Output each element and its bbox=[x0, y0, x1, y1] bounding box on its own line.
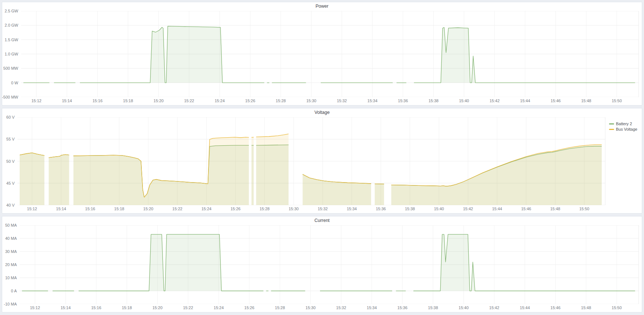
y-tick-label: 50 V bbox=[6, 159, 15, 164]
chart-svg bbox=[17, 117, 605, 205]
x-tick-label: 15:12 bbox=[31, 99, 42, 103]
series-fill-Bus Voltage bbox=[49, 154, 69, 205]
x-tick-label: 15:42 bbox=[489, 306, 499, 310]
x-tick-label: 15:34 bbox=[367, 99, 378, 103]
x-tick-label: 15:12 bbox=[27, 207, 37, 211]
series-fill-Current bbox=[413, 234, 635, 291]
y-tick-label: 2.5 GW bbox=[5, 9, 18, 13]
x-tick-label: 15:14 bbox=[62, 99, 72, 103]
y-tick-label: -10 MA bbox=[4, 302, 17, 306]
y-tick-label: 0 A bbox=[11, 289, 17, 293]
y-tick-label: -500 MW bbox=[2, 95, 18, 99]
x-tick-label: 15:38 bbox=[405, 207, 415, 211]
x-tick-label: 15:50 bbox=[612, 306, 622, 310]
legend-item[interactable]: Battery 2 bbox=[609, 122, 639, 126]
legend-item[interactable]: Bus Voltage bbox=[609, 127, 639, 131]
panel-title-current: Current bbox=[2, 216, 642, 224]
x-tick-label: 15:32 bbox=[337, 99, 347, 103]
x-tick-label: 15:30 bbox=[306, 99, 316, 103]
series-fill-Bus Voltage bbox=[20, 153, 44, 205]
y-tick-label: 2.0 GW bbox=[5, 23, 18, 27]
x-tick-label: 15:20 bbox=[152, 306, 163, 310]
x-tick-label: 15:18 bbox=[122, 306, 132, 310]
x-tick-label: 15:26 bbox=[230, 207, 241, 211]
chart-svg bbox=[20, 225, 639, 304]
legend-label: Battery 2 bbox=[616, 122, 632, 126]
y-tick-label: 60 V bbox=[6, 115, 15, 119]
series-fill-Power bbox=[80, 26, 264, 83]
legend-label: Bus Voltage bbox=[616, 127, 637, 131]
x-tick-label: 15:26 bbox=[245, 99, 255, 103]
x-tick-label: 15:42 bbox=[463, 207, 473, 211]
x-tick-label: 15:48 bbox=[550, 207, 561, 211]
series-fill-Power bbox=[414, 27, 635, 83]
y-tick-label: 0 W bbox=[11, 81, 18, 85]
x-tick-label: 15:40 bbox=[458, 306, 469, 310]
x-tick-label: 15:16 bbox=[93, 99, 103, 103]
x-tick-label: 15:12 bbox=[30, 306, 40, 310]
x-tick-label: 15:20 bbox=[153, 99, 164, 103]
x-tick-label: 15:14 bbox=[61, 306, 71, 310]
y-tick-label: 40 MA bbox=[5, 236, 17, 241]
x-tick-label: 15:38 bbox=[428, 306, 438, 310]
x-tick-label: 15:28 bbox=[275, 306, 285, 310]
x-tick-label: 15:46 bbox=[550, 306, 561, 310]
y-tick-label: 45 V bbox=[6, 181, 15, 185]
chart-row: 50 MA40 MA30 MA20 MA10 MA0 A-10 MA bbox=[2, 224, 642, 304]
x-tick-label: 15:24 bbox=[215, 99, 225, 103]
grid-horizontal bbox=[20, 225, 639, 304]
x-tick-label: 15:44 bbox=[492, 207, 502, 211]
panel-power: Power 2.5 GW2.0 GW1.5 GW1.0 GW500 MW0 W-… bbox=[2, 2, 642, 105]
x-tick-label: 15:16 bbox=[91, 306, 101, 310]
x-tick-label: 15:26 bbox=[244, 306, 254, 310]
y-axis-labels: 50 MA40 MA30 MA20 MA10 MA0 A-10 MA bbox=[4, 225, 20, 304]
x-tick-label: 15:46 bbox=[521, 207, 531, 211]
x-tick-label: 15:34 bbox=[367, 306, 377, 310]
y-axis-labels: 60 V55 V50 V45 V40 V bbox=[4, 117, 17, 205]
y-tick-label: 55 V bbox=[6, 137, 15, 141]
x-tick-label: 15:30 bbox=[289, 207, 299, 211]
plot-area-power[interactable] bbox=[21, 11, 639, 97]
y-axis-labels: 2.5 GW2.0 GW1.5 GW1.0 GW500 MW0 W-500 MW bbox=[4, 11, 21, 97]
x-tick-label: 15:22 bbox=[172, 207, 183, 211]
chart-row: 2.5 GW2.0 GW1.5 GW1.0 GW500 MW0 W-500 MW bbox=[2, 10, 642, 97]
panel-current: Current 50 MA40 MA30 MA20 MA10 MA0 A-10 … bbox=[2, 216, 642, 312]
y-tick-label: 30 MA bbox=[5, 249, 17, 254]
x-tick-label: 15:48 bbox=[581, 306, 591, 310]
x-tick-label: 15:18 bbox=[123, 99, 133, 103]
legend-swatch bbox=[609, 123, 614, 124]
x-tick-label: 15:38 bbox=[429, 99, 439, 103]
x-tick-label: 15:18 bbox=[114, 207, 124, 211]
series-fill-Bus Voltage bbox=[74, 137, 249, 205]
x-tick-label: 15:22 bbox=[183, 306, 193, 310]
plot-area-current[interactable] bbox=[20, 225, 639, 304]
plot-area-voltage[interactable] bbox=[17, 117, 605, 205]
x-axis-labels: 15:1215:1415:1615:1815:2015:2215:2415:26… bbox=[21, 97, 639, 105]
x-axis-labels: 15:1215:1415:1615:1815:2015:2215:2415:26… bbox=[17, 205, 605, 213]
series-fill-Bus Voltage bbox=[251, 137, 254, 205]
legend: Battery 2Bus Voltage bbox=[605, 117, 639, 205]
y-tick-label: 40 V bbox=[6, 203, 15, 207]
y-tick-label: 20 MA bbox=[5, 262, 17, 267]
y-tick-label: 1.5 GW bbox=[5, 38, 18, 42]
x-tick-label: 15:36 bbox=[397, 306, 407, 310]
y-tick-label: 50 MA bbox=[5, 223, 17, 227]
x-tick-label: 15:32 bbox=[336, 306, 346, 310]
x-tick-label: 15:28 bbox=[276, 99, 286, 103]
x-tick-label: 15:24 bbox=[202, 207, 212, 211]
panel-voltage: Voltage 60 V55 V50 V45 V40 V Battery 2Bu… bbox=[2, 108, 642, 214]
x-tick-label: 15:40 bbox=[459, 99, 469, 103]
series-fill-Bus Voltage bbox=[391, 145, 602, 205]
x-tick-label: 15:50 bbox=[579, 207, 589, 211]
x-tick-label: 15:16 bbox=[85, 207, 95, 211]
x-tick-label: 15:40 bbox=[434, 207, 444, 211]
y-tick-label: 1.0 GW bbox=[5, 52, 18, 56]
series-line-Bus Voltage bbox=[251, 137, 254, 138]
x-tick-label: 15:44 bbox=[520, 306, 530, 310]
series-fill-Current bbox=[79, 234, 264, 291]
x-tick-label: 15:22 bbox=[184, 99, 194, 103]
x-tick-label: 15:44 bbox=[520, 99, 530, 103]
x-tick-label: 15:20 bbox=[143, 207, 153, 211]
x-tick-label: 15:46 bbox=[551, 99, 561, 103]
x-tick-label: 15:32 bbox=[318, 207, 328, 211]
